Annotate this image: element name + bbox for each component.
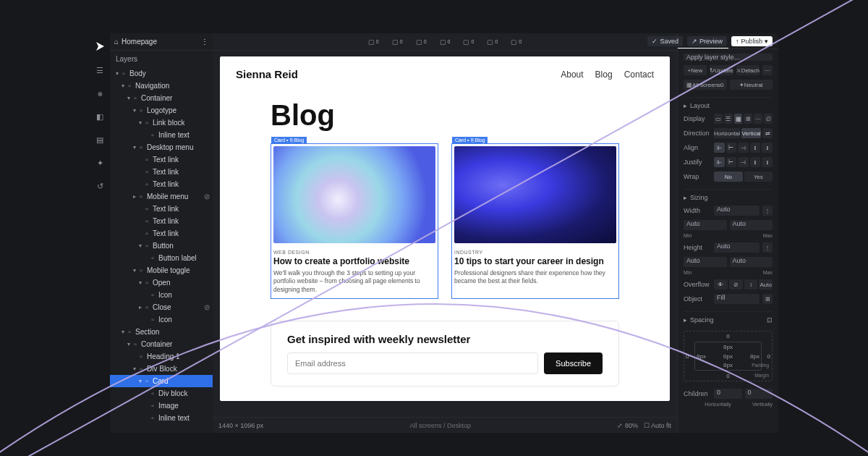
layer-node[interactable]: ▫Text link [110, 166, 213, 178]
width-max[interactable]: Auto [730, 220, 773, 230]
nav-links: AboutBlogContact [561, 69, 654, 80]
breadcrumb-menu-icon[interactable]: ⋮ [201, 38, 208, 46]
layers-title: Layers [110, 51, 213, 67]
card-desc: Professional designers share their exper… [452, 269, 618, 290]
pages-rail-icon[interactable]: ▤ [95, 135, 105, 145]
overflow-options[interactable]: 👁⊘↕Auto [714, 279, 773, 290]
layer-node[interactable]: ▸▫Mobile menu⊘ [110, 190, 213, 203]
card[interactable]: Card • ⎘ Blog WEB DESIGN How to create a… [271, 143, 438, 299]
layer-node[interactable]: ▫Icon [110, 313, 213, 326]
style-menu-icon[interactable]: ⋯ [762, 65, 773, 75]
email-field[interactable] [287, 352, 538, 374]
width-input[interactable]: Auto [714, 206, 760, 216]
display-options[interactable]: ▭☰▦⊞⋯∅ [714, 114, 773, 124]
layer-node[interactable]: ▫Image [110, 400, 213, 412]
width-min[interactable]: Auto [684, 220, 727, 230]
autofit-toggle[interactable]: ☐ Auto fit [644, 422, 671, 429]
settings-rail-icon[interactable]: ✦ [95, 158, 105, 168]
justify-options[interactable]: ⊩⊢⊣⫿⫾ [714, 157, 773, 167]
layer-node[interactable]: ▾▫Body [110, 67, 213, 80]
preview-button[interactable]: ↗ Preview [687, 36, 727, 46]
layer-node[interactable]: ▾▫Container [110, 338, 213, 350]
nav-link[interactable]: Blog [595, 69, 613, 80]
layer-node[interactable]: ▾▫Link block [110, 117, 213, 129]
subscribe-button[interactable]: Subscribe [544, 352, 603, 374]
layer-node[interactable]: ▾▫Logotype [110, 104, 213, 117]
layer-node[interactable]: ▫Text link [110, 178, 213, 190]
toolbar-tool[interactable]: ▢ 0 [437, 37, 454, 47]
layer-node[interactable]: ▸▫Close⊘ [110, 301, 213, 313]
nav-link[interactable]: Contact [624, 69, 654, 80]
update-style-button[interactable]: ↻ Update [710, 65, 733, 75]
card-heading: How to create a portfolio website [271, 256, 438, 269]
layer-node[interactable]: ▾▫Div Block [110, 363, 213, 375]
layer-node[interactable]: ▫Text link [110, 153, 213, 166]
layer-node[interactable]: ▫Inline text [110, 412, 213, 424]
status-bar: 1440 × 1096 px All screens / Desktop ⤢ 8… [213, 417, 677, 433]
layer-node[interactable]: ▾▫Section [110, 326, 213, 338]
toolbar-tool[interactable]: ▢ 0 [508, 37, 524, 47]
top-toolbar: ▢ 0▢ 0▢ 0▢ 0▢ 0▢ 0▢ 0 ↶ ↷ [213, 33, 677, 51]
section-sizing: ▸ Sizing [684, 189, 773, 201]
children-h[interactable]: 0 [714, 389, 742, 399]
apply-style-input[interactable]: Apply layer style… [684, 54, 773, 61]
toolbar-tool[interactable]: ▢ 0 [365, 37, 382, 47]
children-v[interactable]: 0 [745, 389, 773, 399]
card-image [454, 146, 616, 243]
height-input[interactable]: Auto [714, 242, 760, 253]
card[interactable]: Card • ⎘ Blog INDUSTRY 10 tips to start … [451, 143, 619, 299]
newsletter-title: Get inspired with weekly newsletter [287, 333, 603, 345]
new-style-button[interactable]: + New [684, 65, 707, 75]
height-max[interactable]: Auto [730, 257, 773, 267]
canvas-wrapper[interactable]: Sienna Reid AboutBlogContact Blog Card •… [213, 51, 677, 417]
layer-node[interactable]: ▫Text link [110, 215, 213, 227]
cards-row: Card • ⎘ Blog WEB DESIGN How to create a… [220, 136, 670, 306]
object-fit[interactable]: Fill [714, 294, 760, 304]
layer-node[interactable]: ▫Heading 1 [110, 350, 213, 363]
breadcrumb[interactable]: ⌂ Homepage ⋮ [110, 33, 213, 51]
zoom-level[interactable]: ⤢ 80% [617, 422, 638, 429]
align-options[interactable]: ⊩⊢⊣⫿⫾ [714, 143, 773, 153]
height-min[interactable]: Auto [684, 257, 727, 267]
direction-options[interactable]: Horizontal Vertical ⇄ [714, 128, 773, 138]
layer-node[interactable]: ▫Text link [110, 203, 213, 215]
layer-tree[interactable]: ▾▫Body▾▫Navigation▾▫Container▾▫Logotype▾… [110, 67, 213, 433]
wrap-options[interactable]: No Yes [714, 172, 773, 182]
layer-node[interactable]: ▫Inline text [110, 129, 213, 141]
layer-node[interactable]: ▾▫Open [110, 276, 213, 289]
canvas[interactable]: Sienna Reid AboutBlogContact Blog Card •… [220, 56, 670, 401]
toolbar-tool[interactable]: ▢ 0 [413, 37, 430, 47]
tab-settings[interactable]: Settings [728, 33, 779, 48]
toolbar-tool[interactable]: ▢ 0 [484, 37, 501, 47]
app-logo-icon[interactable] [94, 41, 106, 52]
layer-node[interactable]: ▾▫Button [110, 240, 213, 252]
layer-node[interactable]: ▾▫Navigation [110, 80, 213, 92]
site-nav: Sienna Reid AboutBlogContact [220, 56, 670, 86]
nav-link[interactable]: About [561, 69, 583, 80]
layer-node[interactable]: ▾▫Card [110, 375, 213, 387]
history-rail-icon[interactable]: ↺ [95, 181, 105, 191]
layer-node[interactable]: ▾▫Container [110, 92, 213, 104]
assets-rail-icon[interactable]: ⎈ [95, 88, 105, 98]
layers-rail-icon[interactable]: ☰ [95, 65, 105, 75]
detach-style-button[interactable]: ⤫ Detach [736, 65, 760, 75]
selection-badge: Card • ⎘ Blog [452, 137, 488, 143]
components-rail-icon[interactable]: ◧ [95, 111, 105, 122]
layer-node[interactable]: ▫Text link [110, 227, 213, 240]
card-category: WEB DESIGN [271, 245, 438, 256]
toolbar-tool[interactable]: ▢ 0 [389, 37, 406, 47]
screens-selector[interactable]: ▦ All screens 0 [684, 80, 727, 90]
section-spacing: ▸ Spacing ⊡ [684, 311, 773, 324]
layer-node[interactable]: ▫Icon [110, 289, 213, 301]
sidebar-rail: ☰ ⎈ ◧ ▤ ✦ ↺ [90, 33, 110, 433]
logotype[interactable]: Sienna Reid [236, 68, 298, 80]
spacing-diagram[interactable]: 0 0 0 0 8px 8px 8px 8px 0px Padding Marg… [684, 331, 773, 381]
layer-node[interactable]: ▾▫Desktop menu [110, 141, 213, 153]
app-window: ☰ ⎈ ◧ ▤ ✦ ↺ ⌂ Homepage ⋮ Layers ▾▫Body▾▫… [90, 33, 778, 433]
layer-node[interactable]: ▾▫Mobile toggle [110, 264, 213, 276]
layer-node[interactable]: ▫Div block [110, 387, 213, 400]
state-selector[interactable]: ✦ Neutral [730, 80, 773, 90]
toolbar-tool[interactable]: ▢ 0 [460, 37, 477, 47]
breakpoint-label[interactable]: All screens / Desktop [271, 422, 610, 429]
layer-node[interactable]: ▫Button label [110, 252, 213, 264]
